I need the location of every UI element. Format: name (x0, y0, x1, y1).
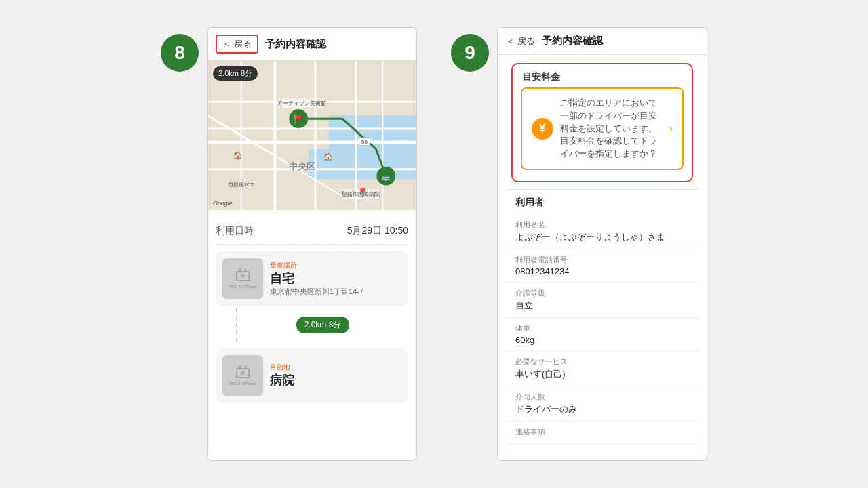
user-helpers-value: ドライバーのみ (515, 403, 689, 415)
datetime-label: 利用日時 (216, 225, 254, 237)
svg-text:🏠: 🏠 (323, 152, 333, 161)
svg-rect-32 (237, 369, 249, 378)
user-service-value: 車いす(自己) (515, 368, 689, 380)
step9-circle: 9 (451, 34, 489, 72)
user-phone-value: 08012341234 (515, 266, 689, 277)
datetime-row: 利用日時 5月29日 10:50 (216, 218, 408, 245)
user-care-level-row: 介護等級 自立 (506, 283, 698, 318)
user-name-label: 利用者名 (515, 220, 689, 230)
svg-point-33 (241, 371, 244, 374)
fare-arrow-icon: › (669, 123, 673, 135)
step8-map-badge: 2.0km 8分 (213, 66, 258, 81)
user-weight-value: 60kg (515, 335, 689, 345)
svg-text:🚌: 🚌 (381, 172, 391, 182)
user-helpers-label: 介助人数 (515, 392, 689, 402)
step9-content: 目安料金 ¥ ご指定のエリアにおいて一部のドライバーが目安料金を設定しています。… (498, 55, 707, 460)
distance-badge: 2.0km 8分 (296, 317, 350, 333)
user-name-row: 利用者名 よぷぞー（よぶぞーりようしゃ）さま (506, 214, 698, 249)
user-notes-label: 連絡事項 (515, 427, 689, 437)
fare-notice-wrapper: ¥ ご指定のエリアにおいて一部のドライバーが目安料金を設定しています。目安料金を… (521, 87, 684, 170)
user-care-level-label: 介護等級 (515, 288, 689, 298)
pickup-address: 東京都中央区新川1丁目14-7 (270, 287, 363, 297)
svg-text:アーティゾン美術館: アーティゾン美術館 (277, 100, 326, 106)
step8-content: 利用日時 5月29日 10:50 NO IMAGE 乗車場所 自宅 東京都中央区… (208, 210, 416, 460)
step9-wrapper: 9 ＜ 戻る 予約内容確認 目安料金 ¥ ご指定のエリアにおいて一部のドライバー… (451, 27, 707, 461)
step8-title: 予約内容確認 (265, 38, 326, 51)
step9-title: 予約内容確認 (542, 35, 603, 47)
user-care-level-value: 自立 (515, 300, 689, 312)
pickup-card: NO IMAGE 乗車場所 自宅 東京都中央区新川1丁目14-7 (216, 251, 408, 306)
user-weight-row: 体重 60kg (506, 318, 698, 351)
fare-section-box: 目安料金 ¥ ご指定のエリアにおいて一部のドライバーが目安料金を設定しています。… (511, 63, 693, 182)
destination-name: 病院 (270, 372, 294, 388)
svg-rect-30 (237, 272, 249, 281)
destination-tag: 目的地 (270, 363, 294, 372)
fare-yen-icon: ¥ (532, 118, 553, 140)
user-service-row: 必要なサービス 車いす(自己) (506, 351, 698, 386)
step8-back-button[interactable]: ＜ 戻る (216, 35, 258, 54)
step8-map: 2.0km 8分 (208, 61, 416, 210)
svg-point-31 (241, 274, 244, 277)
step8-header: ＜ 戻る 予約内容確認 (208, 28, 416, 61)
fare-notice[interactable]: ¥ ご指定のエリアにおいて一部のドライバーが目安料金を設定しています。目安料金を… (521, 87, 684, 170)
datetime-value: 5月29日 10:50 (347, 225, 408, 237)
user-weight-label: 体重 (515, 323, 689, 333)
svg-text:中央区: 中央区 (289, 161, 315, 171)
destination-no-image-text: NO IMAGE (229, 380, 256, 386)
user-notes-row: 連絡事項 (506, 422, 698, 445)
page-wrapper: 8 ＜ 戻る 予約内容確認 2.0km 8分 (161, 27, 707, 461)
fare-section-title: 目安料金 (513, 64, 692, 87)
destination-info: 目的地 病院 (270, 363, 294, 388)
user-helpers-row: 介助人数 ドライバーのみ (506, 386, 698, 422)
step8-screen: ＜ 戻る 予約内容確認 2.0km 8分 (207, 27, 417, 461)
pickup-image: NO IMAGE (222, 258, 263, 299)
step9-back-button[interactable]: ＜ 戻る (506, 35, 535, 47)
user-phone-row: 利用者電話番号 08012341234 (506, 249, 698, 283)
destination-card: NO IMAGE 目的地 病院 (216, 348, 408, 403)
step9-header: ＜ 戻る 予約内容確認 (498, 28, 707, 55)
svg-text:🚩: 🚩 (294, 114, 304, 124)
pickup-no-image-text: NO IMAGE (229, 283, 256, 289)
destination-image: NO IMAGE (222, 355, 263, 396)
svg-text:🏠: 🏠 (233, 150, 243, 160)
step8-wrapper: 8 ＜ 戻る 予約内容確認 2.0km 8分 (161, 27, 417, 461)
map-svg: 🚩 🚌 アーティゾン美術館 聖路加国際病院 📍 🏠 🏠 中央区 (208, 61, 416, 210)
svg-text:Google: Google (213, 200, 233, 207)
user-phone-label: 利用者電話番号 (515, 255, 689, 265)
svg-text:西銀座JCT: 西銀座JCT (228, 182, 254, 188)
pickup-tag: 乗車場所 (270, 261, 363, 270)
step8-circle: 8 (161, 34, 199, 72)
fare-notice-text: ご指定のエリアにおいて一部のドライバーが目安料金を設定しています。目安料金を確認… (560, 97, 663, 161)
user-section-title: 利用者 (506, 189, 698, 214)
step9-screen: ＜ 戻る 予約内容確認 目安料金 ¥ ご指定のエリアにおいて一部のドライバーが目… (497, 27, 707, 461)
pickup-name: 自宅 (270, 270, 363, 287)
svg-text:📍: 📍 (357, 187, 369, 199)
user-service-label: 必要なサービス (515, 357, 689, 367)
svg-text:50: 50 (361, 139, 368, 145)
pickup-info: 乗車場所 自宅 東京都中央区新川1丁目14-7 (270, 261, 363, 297)
user-name-value: よぷぞー（よぶぞーりようしゃ）さま (515, 231, 689, 243)
